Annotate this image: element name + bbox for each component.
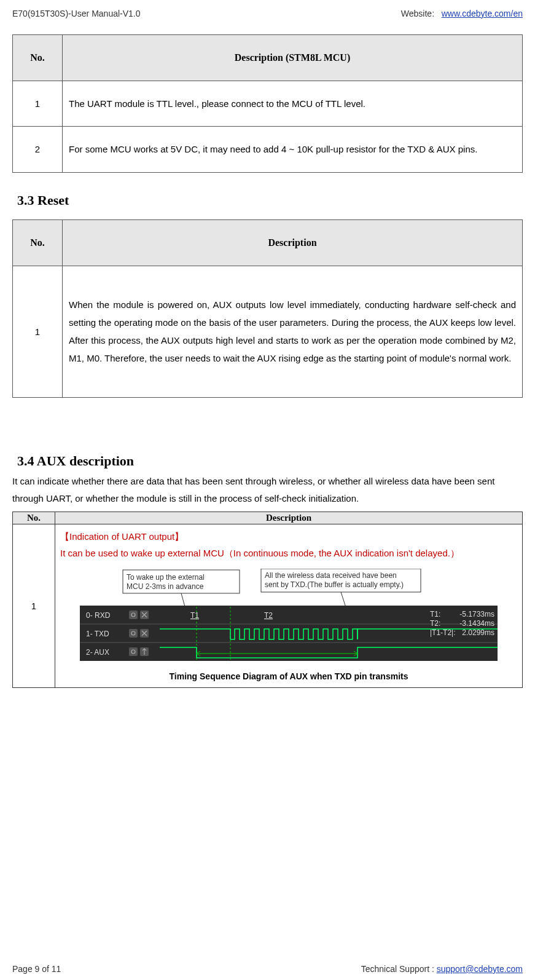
meas-t1-val: -5.1733ms <box>459 610 494 618</box>
support-email-link[interactable]: support@cdebyte.com <box>437 964 523 974</box>
col-header-desc: Description <box>55 512 523 524</box>
col-header-desc: Description <box>63 219 523 266</box>
scope-label-aux: 2- AUX <box>86 648 109 657</box>
support-block: Technical Support : support@cdebyte.com <box>361 964 523 974</box>
table-header-row: No. Description <box>13 512 523 524</box>
cell-no: 2 <box>13 127 63 172</box>
svg-rect-11 <box>129 647 138 656</box>
cell-no: 1 <box>13 524 55 687</box>
meas-t2-label: T2: <box>430 619 440 628</box>
callout-right-line2: sent by TXD.(The buffer is actually empt… <box>265 580 404 589</box>
stm8l-notes-table: No. Description (STM8L MCU) 1 The UART m… <box>12 34 523 173</box>
callout-right-line1: All the wireless data received have been <box>265 571 397 580</box>
timing-diagram-svg: To wake up the external MCU 2-3ms in adv… <box>68 569 510 670</box>
timing-diagram: To wake up the external MCU 2-3ms in adv… <box>60 569 517 681</box>
section-heading-aux: 3.4 AUX description <box>17 453 523 469</box>
table-row: 1 The UART module is TTL level., please … <box>13 81 523 127</box>
callout-left-line1: To wake up the external <box>127 573 205 582</box>
reset-table: No. Description 1 When the module is pow… <box>12 219 523 398</box>
meas-t1-label: T1: <box>430 610 440 618</box>
meas-t2-val: -3.1434ms <box>459 619 494 628</box>
website-link[interactable]: www.cdebyte.com/en <box>442 9 523 18</box>
section-heading-reset: 3.3 Reset <box>17 192 523 208</box>
website-label: Website: <box>401 9 434 18</box>
aux-description-table: No. Description 1 【Indication of UART ou… <box>12 512 523 688</box>
support-label: Technical Support : <box>361 964 437 974</box>
col-header-no: No. <box>13 35 63 81</box>
meas-dt-val: 2.0299ms <box>462 628 494 637</box>
cell-desc: For some MCU works at 5V DC, it may need… <box>63 127 523 172</box>
scope-label-txd: 1- TXD <box>86 630 109 638</box>
meas-dt-label: |T1-T2|: <box>430 628 456 637</box>
col-header-no: No. <box>13 512 55 524</box>
table-header-row: No. Description <box>13 219 523 266</box>
cell-desc: 【Indication of UART output】 It can be us… <box>55 524 523 687</box>
cell-desc: When the module is powered on, AUX outpu… <box>63 266 523 397</box>
svg-rect-7 <box>129 611 138 619</box>
col-header-no: No. <box>13 219 63 266</box>
table-row: 1 When the module is powered on, AUX out… <box>13 266 523 397</box>
svg-rect-9 <box>129 629 138 638</box>
page-number: Page 9 of 11 <box>12 964 61 974</box>
doc-title: E70(915T30S)-User Manual-V1.0 <box>12 9 141 18</box>
page-footer: Page 9 of 11 Technical Support : support… <box>12 964 523 974</box>
table-row: 1 【Indication of UART output】 It can be … <box>13 524 523 687</box>
marker-t1: T1 <box>190 611 199 620</box>
marker-t2: T2 <box>264 611 273 620</box>
diagram-caption: Timing Sequence Diagram of AUX when TXD … <box>60 671 517 681</box>
aux-intro-paragraph: It can indicate whether there are data t… <box>12 473 523 508</box>
table-header-row: No. Description (STM8L MCU) <box>13 35 523 81</box>
table-row: 2 For some MCU works at 5V DC, it may ne… <box>13 127 523 172</box>
website-block: Website: www.cdebyte.com/en <box>401 9 523 18</box>
scope-label-rxd: 0- RXD <box>86 611 111 620</box>
uart-indication-line: It can be used to wake up external MCU（I… <box>60 545 517 561</box>
page-header: E70(915T30S)-User Manual-V1.0 Website: w… <box>12 6 523 23</box>
cell-no: 1 <box>13 266 63 397</box>
cell-desc: The UART module is TTL level., please co… <box>63 81 523 127</box>
callout-left-line2: MCU 2-3ms in advance <box>127 582 204 591</box>
uart-indication-title: 【Indication of UART output】 <box>60 528 517 545</box>
cell-no: 1 <box>13 81 63 127</box>
col-header-desc: Description (STM8L MCU) <box>63 35 523 81</box>
